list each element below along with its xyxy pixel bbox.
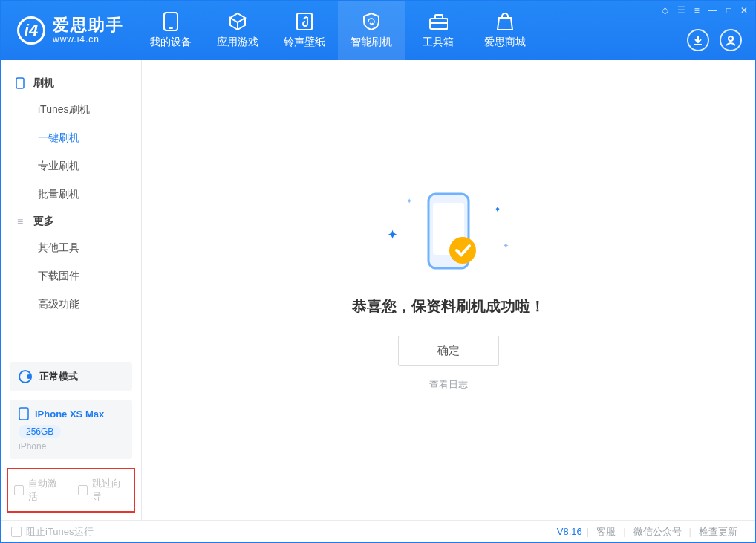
mode-label: 正常模式: [39, 370, 78, 383]
cube-icon: [228, 12, 247, 31]
download-button[interactable]: [687, 29, 709, 51]
sidebar-item-download-firmware[interactable]: 下载固件: [1, 262, 141, 290]
sidebar-item-oneclick-flash[interactable]: 一键刷机: [1, 124, 141, 152]
header-tabs: 我的设备 应用游戏 铃声壁纸 智能刷机 工具箱 爱思商城: [137, 1, 538, 60]
svg-rect-4: [435, 15, 443, 19]
device-mode-card[interactable]: 正常模式: [10, 362, 132, 391]
checkbox-auto-activate[interactable]: 自动激活: [14, 477, 65, 504]
device-phone-icon: [19, 407, 29, 420]
device-card[interactable]: iPhone XS Max 256GB iPhone: [10, 400, 132, 459]
sidebar-item-batch-flash[interactable]: 批量刷机: [1, 181, 141, 209]
main-panel: ✦ ✦ ✦ ✦ 恭喜您，保资料刷机成功啦！ 确定 查看日志: [142, 60, 755, 520]
checkbox-icon: [14, 485, 24, 495]
user-button[interactable]: [720, 29, 742, 51]
block-itunes-label: 阻止iTunes运行: [26, 525, 94, 539]
sidebar-item-pro-flash[interactable]: 专业刷机: [1, 152, 141, 181]
svg-rect-8: [19, 408, 28, 420]
phone-icon: [161, 12, 180, 31]
bag-icon: [495, 12, 515, 31]
svg-rect-7: [16, 78, 24, 88]
tab-my-device[interactable]: 我的设备: [137, 1, 204, 60]
ok-button[interactable]: 确定: [398, 336, 499, 366]
checkbox-skip-wizard[interactable]: 跳过向导: [78, 477, 128, 504]
svg-rect-1: [169, 27, 173, 29]
phone-small-icon: [14, 77, 26, 89]
music-icon: [295, 12, 314, 31]
close-button[interactable]: ✕: [740, 5, 748, 16]
toolbox-icon: [428, 12, 448, 31]
window-controls: ◇ ☰ ≡ — □ ✕: [662, 5, 748, 16]
app-header: i4 爱思助手 www.i4.cn 我的设备 应用游戏 铃声壁纸 智能刷机 工具…: [1, 1, 755, 60]
app-url: www.i4.cn: [53, 34, 124, 45]
app-name: 爱思助手: [53, 16, 124, 34]
logo-icon: i4: [17, 16, 45, 45]
sidebar-item-itunes-flash[interactable]: iTunes刷机: [1, 96, 141, 124]
footer-link-update[interactable]: 检查更新: [691, 525, 745, 539]
device-type: iPhone: [19, 441, 123, 452]
logo: i4 爱思助手 www.i4.cn: [1, 1, 137, 60]
status-bar: 阻止iTunes运行 V8.16 | 客服 | 微信公众号 | 检查更新: [1, 520, 755, 542]
tab-ringtones[interactable]: 铃声壁纸: [271, 1, 338, 60]
tab-smart-flash[interactable]: 智能刷机: [338, 1, 405, 60]
section-flash[interactable]: 刷机: [1, 71, 141, 96]
section-more[interactable]: ≡ 更多: [1, 209, 141, 234]
footer-link-wechat[interactable]: 微信公众号: [626, 525, 689, 539]
footer-link-support[interactable]: 客服: [589, 525, 623, 539]
sidebar-item-other-tools[interactable]: 其他工具: [1, 234, 141, 262]
tshirt-icon[interactable]: ◇: [662, 5, 668, 16]
sidebar-item-advanced[interactable]: 高级功能: [1, 290, 141, 319]
tab-toolbox[interactable]: 工具箱: [405, 1, 472, 60]
sidebar: 刷机 iTunes刷机 一键刷机 专业刷机 批量刷机 ≡ 更多 其他工具 下载固…: [1, 60, 142, 520]
svg-point-6: [729, 36, 733, 41]
minimize-button[interactable]: —: [708, 5, 717, 16]
tab-apps-games[interactable]: 应用游戏: [204, 1, 271, 60]
tab-store[interactable]: 爱思商城: [472, 1, 538, 60]
view-log-link[interactable]: 查看日志: [429, 378, 468, 391]
success-illustration: ✦ ✦ ✦ ✦: [393, 189, 504, 279]
checkbox-block-itunes[interactable]: [11, 527, 22, 537]
checkbox-icon: [78, 485, 88, 495]
success-message: 恭喜您，保资料刷机成功啦！: [352, 296, 545, 316]
device-capacity: 256GB: [19, 425, 61, 438]
device-name-label: iPhone XS Max: [35, 409, 104, 420]
version-label: V8.16: [557, 526, 587, 537]
more-icon: ≡: [14, 215, 26, 227]
maximize-button[interactable]: □: [726, 5, 731, 16]
mode-dot-icon: [19, 370, 32, 383]
list-icon[interactable]: ☰: [677, 5, 685, 16]
highlighted-options: 自动激活 跳过向导: [7, 468, 135, 513]
menu-icon[interactable]: ≡: [694, 5, 700, 16]
svg-point-11: [449, 237, 476, 264]
shield-refresh-icon: [362, 12, 381, 31]
